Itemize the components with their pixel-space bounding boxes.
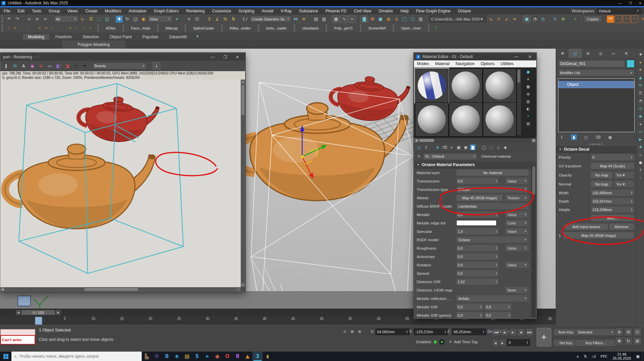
select-move-icon[interactable]: ✚ [116,15,123,23]
zoom-all-icon[interactable]: ⊞ [624,328,633,336]
material-editor-icon[interactable]: ◙ [361,15,368,23]
f8-icon[interactable]: F₈ [623,15,630,23]
render-scroll-corner-button[interactable]: › [236,287,241,292]
search-input[interactable] [18,354,127,359]
taskbar-clock[interactable]: 21:46 26.05.2025 [610,352,634,360]
octane-light-icon[interactable]: ⚹ [638,59,644,65]
render-passes-icon[interactable]: A [20,62,27,69]
menu-arnold[interactable]: Arnold [258,7,277,14]
set-key-big-button[interactable]: + [537,328,551,347]
mrq-icon[interactable]: ▥ [417,15,424,23]
mode-dropdown-metallic[interactable]: Value▼ [505,211,529,218]
import-asset-icon[interactable]: ⇘ [487,15,494,23]
menu-help[interactable]: Help [397,7,412,14]
normal-map-button[interactable]: No map [591,181,612,187]
timer-15-icon[interactable]: ◔ [531,15,539,23]
telegram-icon[interactable]: ➤ [202,352,212,361]
menu-group[interactable]: Group [45,7,63,14]
skype-icon[interactable]: S [192,352,202,361]
close-script-icon[interactable]: ✕ [639,15,644,23]
script-button-clearbazis[interactable]: clearbazis [299,25,322,32]
listener-error-line[interactable]: Can't write [0,335,35,345]
octane-list-icon[interactable]: ☰ [638,90,644,96]
menu-civil-view[interactable]: Civil View [350,7,375,14]
use-pivot-center-icon[interactable]: ⌖ [173,15,181,23]
realtek-audio-icon[interactable]: ◖ [263,352,273,361]
render-canvas[interactable] [0,80,241,287]
fp-icon[interactable]: FP [607,15,614,23]
hierarchy-tab-icon[interactable]: ⊞ [582,49,594,58]
z-coordinate-field[interactable]: 68,253mm▲▼ [452,328,486,335]
ribbon-tab-selection[interactable]: Selection [77,34,104,40]
script-button-matcap[interactable]: Matcap [163,25,181,32]
configure-modifier-sets-icon[interactable]: ▦ [607,134,613,140]
chrome-icon[interactable]: ◉ [212,352,222,361]
script-button-open-rmer[interactable]: Open...rmer [398,25,424,32]
script-button-kitba-ender[interactable]: Kitba...ender [227,25,254,32]
align-icon[interactable]: ≡ [300,15,308,23]
time-slider-next-nub[interactable]: ▶ [55,310,61,315]
listener-macro-line[interactable] [0,329,35,335]
spinner-anisotropy[interactable]: 0,0▲▼ [456,253,499,260]
ribbon-tab-object-paint[interactable]: Object Paint [104,34,137,40]
camera-icon[interactable]: ◎ [72,62,80,69]
dropdown-bsdf-model[interactable]: Octane▼ [456,237,529,243]
octane-dots-icon[interactable]: ⁞ [638,175,644,181]
key-filters-button[interactable]: Key Filters... [576,339,616,347]
layer-manager-icon[interactable]: ▥ [320,15,328,23]
script-icon-2[interactable]: ≋ [12,25,18,31]
misc-button[interactable]: Misc... [591,215,634,221]
spinner-metallic-ior-green[interactable]: 0,0▲▼ [485,312,511,318]
material-slot-6[interactable] [483,102,516,137]
ribbon-tab-modeling[interactable]: Modeling [22,34,50,40]
export-asset-icon[interactable]: ⇗ [495,15,502,23]
mode-dropdown-roughness[interactable]: Value▼ [505,245,529,251]
previous-frame-button[interactable]: ◀| [501,328,508,336]
maximize-viewport-icon[interactable]: ⊠ [633,337,642,345]
octane-decal-rollout-header[interactable]: ▼Octane Decal [556,146,637,153]
explorer-icon[interactable]: ▤ [182,352,192,361]
spinner-metallic-ior-green[interactable]: 0,0▲▼ [456,312,483,318]
render-pass-dropdown[interactable]: Beauty▼ [92,62,147,69]
mute-toggle[interactable] [439,339,445,345]
script-icon-11[interactable]: ¦ [81,25,87,31]
octane-refresh-icon[interactable]: ⟳ [638,82,644,88]
save-image-icon[interactable]: ↓ [153,62,160,69]
auto-key-button[interactable]: Auto Key [553,328,578,336]
octane-clock-icon[interactable]: ◷ [638,105,644,111]
unlink-icon[interactable]: ≠ [34,15,41,23]
script-icon-6[interactable]: ∿ [43,25,49,31]
close-button[interactable]: ✕ [528,54,532,59]
script-icon-10[interactable]: ∴ [74,25,80,31]
menu-phoenix-fd[interactable]: Phoenix FD [322,7,350,14]
f3-icon[interactable]: F₃ [631,15,638,23]
track-bar[interactable]: 0510152025303540455055606570758085909510… [0,316,644,325]
grid-mode-icon[interactable]: ⊞ [357,328,363,334]
spinner-dielectric-ior[interactable]: 1,52▲▼ [456,278,499,285]
asset-tracking-icon[interactable]: ⇚ [511,15,518,23]
mode-dropdown-albedo[interactable]: Texture▼ [505,195,529,201]
render-vscrollbar[interactable]: ▲ ▼ [241,80,245,287]
script-icon-12[interactable]: ∿ [87,25,93,31]
select-link-icon[interactable]: ∞ [26,15,33,23]
material-slot-1[interactable] [415,68,449,103]
keyboard-shortcut-icon[interactable]: ⊡ [193,15,201,23]
docked-sample-chip[interactable] [17,296,31,306]
speaker-icon[interactable]: ◁) [589,354,598,359]
spinner-snap-icon[interactable]: ⇅ [230,15,237,23]
dropdown-transmission-type[interactable]: Diffuse▼ [456,186,529,193]
select-object-icon[interactable]: ▻ [79,15,87,23]
me-menu-modes[interactable]: Modes [414,61,432,66]
color-swatch-metallic-edge-tint[interactable] [456,220,497,226]
menu-views[interactable]: Views [63,7,82,14]
script-icon-8[interactable]: ⋮ [56,25,62,31]
octane-help-icon[interactable]: ? [638,167,644,173]
restart-render-icon[interactable]: ⟲ [11,62,18,69]
asset-library-icon[interactable]: ⇙ [503,15,510,23]
project-path-field[interactable]: C:\Users\Elvi...\3ds Max 2025 ▼ [429,15,486,22]
current-frame-field[interactable]: 0▲▼ [507,339,530,346]
close-button[interactable]: ✕ [236,55,239,59]
octane-env-icon[interactable]: ▲ [638,74,644,81]
rotate-icon[interactable]: ↻ [124,15,131,23]
ribbon-tab-populate[interactable]: Populate [137,34,164,40]
